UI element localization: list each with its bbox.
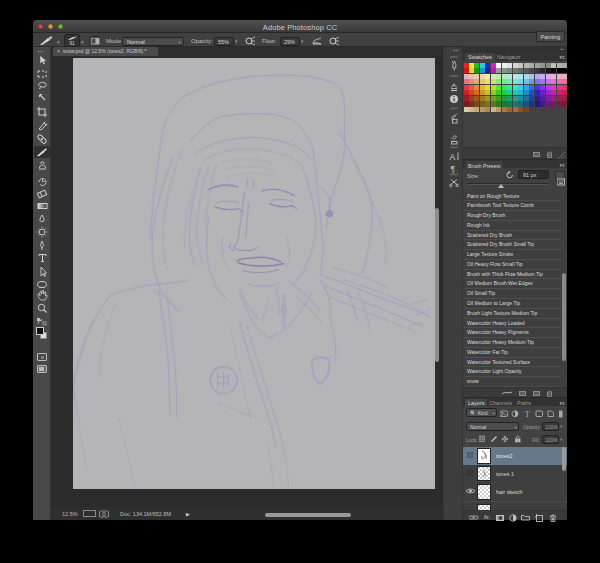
svg-text:T: T [525, 410, 530, 418]
svg-text:A: A [450, 152, 456, 162]
svg-text:¶: ¶ [451, 164, 456, 174]
